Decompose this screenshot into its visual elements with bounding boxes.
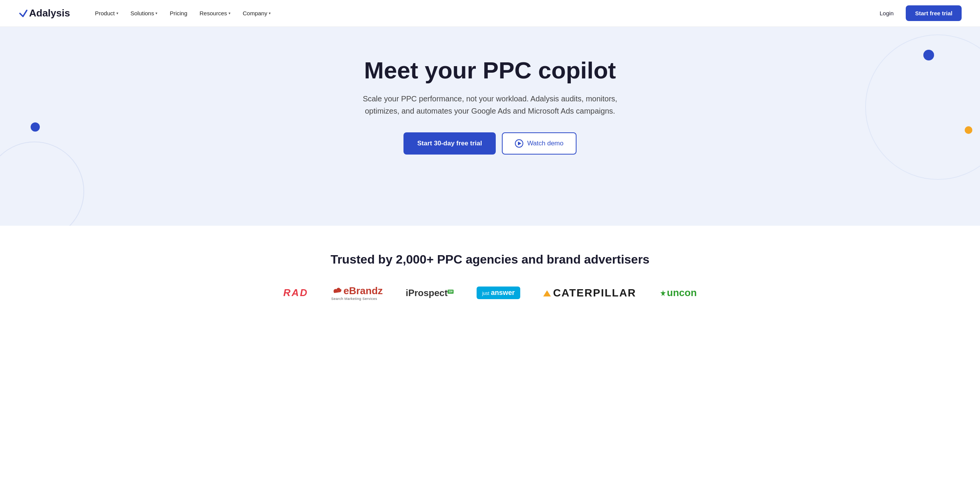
decorative-dot-orange-right — [965, 126, 972, 134]
logo[interactable]: Adalysis — [18, 7, 72, 20]
logo-justanswer: just answer — [477, 287, 520, 299]
chevron-down-icon: ▾ — [229, 11, 230, 15]
navbar: Adalysis Product ▾ Solutions ▾ Pricing R… — [0, 0, 980, 27]
nav-right: Login Start free trial — [874, 5, 962, 21]
chevron-down-icon: ▾ — [155, 11, 157, 15]
nav-links: Product ▾ Solutions ▾ Pricing Resources … — [90, 7, 874, 20]
uncon-star-icon — [659, 289, 667, 297]
svg-text:Adalysis: Adalysis — [29, 7, 70, 19]
caterpillar-triangle-icon — [543, 290, 551, 296]
trusted-title: Trusted by 2,000+ PPC agencies and brand… — [18, 252, 962, 267]
logo-iprospect: iProspectTP — [406, 288, 454, 298]
hero-title: Meet your PPC copilot — [337, 57, 643, 83]
start-free-trial-button[interactable]: Start free trial — [906, 5, 962, 21]
chevron-down-icon: ▾ — [116, 11, 118, 15]
trusted-section: Trusted by 2,000+ PPC agencies and brand… — [0, 226, 980, 324]
hero-cta-primary-button[interactable]: Start 30-day free trial — [403, 132, 496, 155]
nav-item-pricing[interactable]: Pricing — [165, 7, 192, 20]
hero-cta-secondary-button[interactable]: Watch demo — [502, 132, 577, 155]
nav-item-company[interactable]: Company ▾ — [238, 7, 275, 20]
play-triangle — [518, 142, 521, 145]
decorative-arc-right — [865, 34, 980, 180]
logo-caterpillar: CATERPILLAR — [543, 287, 636, 299]
decorative-dot-blue-left — [31, 122, 40, 132]
hero-buttons: Start 30-day free trial Watch demo — [337, 132, 643, 155]
nav-item-resources[interactable]: Resources ▾ — [195, 7, 235, 20]
nav-item-solutions[interactable]: Solutions ▾ — [126, 7, 162, 20]
hero-section: Meet your PPC copilot Scale your PPC per… — [0, 27, 980, 226]
decorative-dot-blue-top-right — [923, 50, 934, 60]
nav-item-product[interactable]: Product ▾ — [90, 7, 123, 20]
logo-uncon: uncon — [659, 287, 697, 299]
iprospect-badge: TP — [448, 290, 454, 294]
chevron-down-icon: ▾ — [269, 11, 271, 15]
hero-content: Meet your PPC copilot Scale your PPC per… — [337, 57, 643, 155]
decorative-arc-left — [0, 142, 84, 226]
login-link[interactable]: Login — [874, 7, 900, 20]
logo-rad: RAD — [283, 287, 308, 299]
hero-subtitle: Scale your PPC performance, not your wor… — [360, 93, 620, 117]
ebrandz-bird-icon — [331, 285, 343, 297]
logos-row: RAD eBrandz Search Marketing Services iP… — [18, 285, 962, 301]
logo-ebrandz: eBrandz Search Marketing Services — [331, 285, 383, 301]
play-icon — [515, 139, 523, 148]
